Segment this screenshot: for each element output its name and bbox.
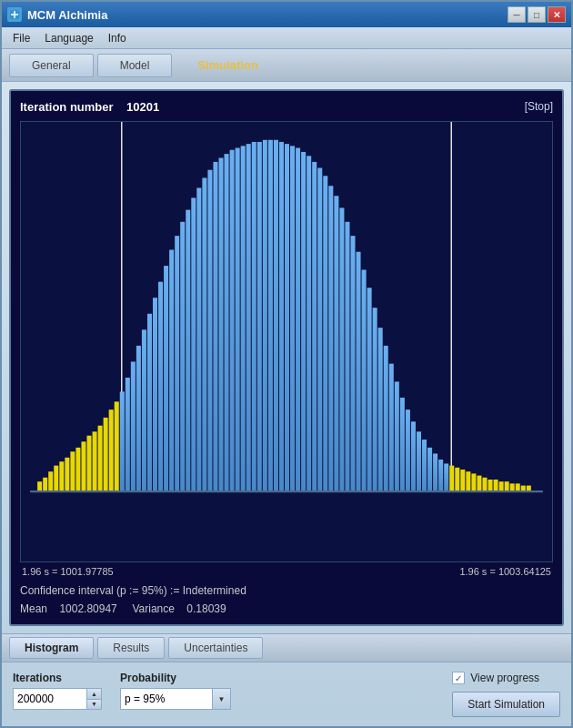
iterations-input[interactable] [14, 689, 86, 709]
svg-rect-40 [225, 154, 229, 491]
svg-rect-57 [317, 167, 322, 491]
svg-rect-81 [449, 466, 454, 492]
tab-uncertainties[interactable]: Uncertainties [168, 637, 263, 659]
svg-rect-64 [357, 252, 361, 491]
svg-rect-13 [75, 448, 80, 491]
view-progress-label: View progress [470, 672, 539, 684]
svg-rect-21 [120, 391, 125, 491]
iterations-up-button[interactable]: ▲ [86, 689, 101, 700]
svg-rect-28 [158, 282, 163, 492]
svg-rect-25 [142, 329, 146, 491]
iterations-spinner: ▲ ▼ [13, 688, 102, 710]
main-content: Iteration number 10201 [Stop] [2, 82, 571, 633]
svg-rect-82 [455, 468, 459, 491]
svg-rect-67 [373, 308, 377, 491]
svg-rect-53 [296, 148, 300, 492]
svg-rect-41 [230, 150, 235, 491]
svg-rect-89 [494, 480, 498, 491]
svg-rect-58 [323, 176, 327, 491]
svg-rect-63 [350, 236, 355, 491]
confidence-label: Confidence interval (p := 95%) := Indete… [20, 584, 553, 597]
view-progress-checkbox[interactable]: ✓ [452, 672, 465, 684]
variance-value: 0.18039 [186, 602, 226, 615]
svg-rect-69 [384, 346, 388, 491]
menu-bar: File Language Info [2, 27, 571, 49]
svg-rect-39 [218, 158, 223, 492]
svg-rect-88 [488, 480, 493, 491]
probability-select[interactable]: p = 90% p = 95% p = 99% [121, 689, 212, 709]
right-controls: ✓ View progress Start Simulation [452, 672, 560, 717]
iterations-group: Iterations ▲ ▼ [13, 672, 102, 710]
chart-container: Iteration number 10201 [Stop] [9, 89, 564, 626]
menu-language[interactable]: Language [37, 30, 100, 46]
svg-rect-56 [312, 162, 317, 491]
svg-rect-31 [175, 236, 179, 491]
svg-rect-78 [433, 453, 437, 491]
svg-rect-77 [427, 448, 432, 491]
svg-rect-65 [362, 269, 367, 491]
close-button[interactable]: ✕ [548, 6, 566, 23]
svg-rect-92 [510, 483, 515, 491]
svg-rect-51 [285, 144, 289, 491]
svg-rect-22 [126, 378, 130, 491]
svg-rect-55 [307, 156, 311, 491]
start-simulation-button[interactable]: Start Simulation [452, 692, 560, 717]
iteration-label: Iteration number 10201 [20, 100, 159, 114]
svg-rect-45 [252, 142, 256, 491]
checkmark-icon: ✓ [455, 673, 462, 683]
svg-rect-27 [153, 298, 157, 491]
svg-rect-37 [207, 170, 212, 491]
iterations-down-button[interactable]: ▼ [86, 700, 101, 710]
svg-rect-18 [104, 418, 108, 491]
menu-info[interactable]: Info [101, 30, 134, 46]
svg-rect-68 [378, 328, 383, 491]
window-controls: ─ □ ✕ [508, 6, 566, 23]
svg-rect-46 [257, 142, 262, 491]
probability-group: Probability p = 90% p = 95% p = 99% ▼ [120, 672, 231, 710]
lower-bound-label: 1.96 s = 1001.97785 [22, 566, 114, 577]
tab-general[interactable]: General [9, 54, 94, 77]
mean-variance-row: Mean 1002.80947 Variance 0.18039 [20, 602, 553, 615]
svg-rect-42 [236, 148, 240, 492]
svg-rect-90 [499, 481, 504, 491]
svg-rect-7 [43, 478, 47, 491]
mean-value: 1002.80947 [59, 602, 116, 615]
maximize-button[interactable]: □ [528, 6, 546, 23]
iterations-spinner-buttons: ▲ ▼ [86, 689, 101, 709]
svg-rect-71 [395, 381, 399, 491]
chart-stats: Confidence interval (p := 95%) := Indete… [20, 584, 553, 615]
tab-results[interactable]: Results [97, 637, 165, 659]
svg-rect-84 [466, 471, 470, 491]
tab-simulation[interactable]: Simulation [176, 54, 279, 77]
tab-histogram[interactable]: Histogram [9, 637, 94, 659]
app-icon [7, 7, 22, 22]
svg-rect-70 [389, 364, 394, 492]
svg-rect-14 [81, 441, 85, 491]
svg-rect-52 [290, 146, 295, 491]
svg-rect-15 [86, 436, 91, 491]
main-window: MCM Alchimia ─ □ ✕ File Language Info Ge… [0, 0, 573, 728]
svg-rect-6 [37, 481, 42, 491]
svg-rect-83 [460, 470, 465, 491]
svg-rect-91 [505, 481, 509, 491]
chart-axis-labels: 1.96 s = 1001.97785 1.96 s = 1003.64125 [20, 566, 553, 577]
iteration-value: 10201 [126, 100, 159, 114]
svg-rect-73 [406, 410, 410, 491]
svg-rect-16 [93, 431, 97, 491]
select-arrow-icon: ▼ [212, 689, 230, 709]
svg-rect-43 [241, 146, 246, 491]
svg-rect-23 [131, 361, 136, 491]
menu-file[interactable]: File [5, 30, 37, 46]
svg-rect-47 [263, 140, 267, 491]
svg-rect-34 [191, 197, 196, 491]
svg-rect-9 [54, 466, 58, 492]
stop-label[interactable]: [Stop] [525, 100, 553, 114]
svg-rect-19 [109, 410, 114, 491]
svg-rect-86 [477, 476, 481, 492]
tab-model[interactable]: Model [97, 54, 173, 77]
histogram-area [20, 121, 553, 562]
svg-rect-59 [328, 186, 333, 491]
variance-label: Variance [132, 602, 174, 615]
probability-label: Probability [120, 672, 231, 684]
minimize-button[interactable]: ─ [508, 6, 526, 23]
